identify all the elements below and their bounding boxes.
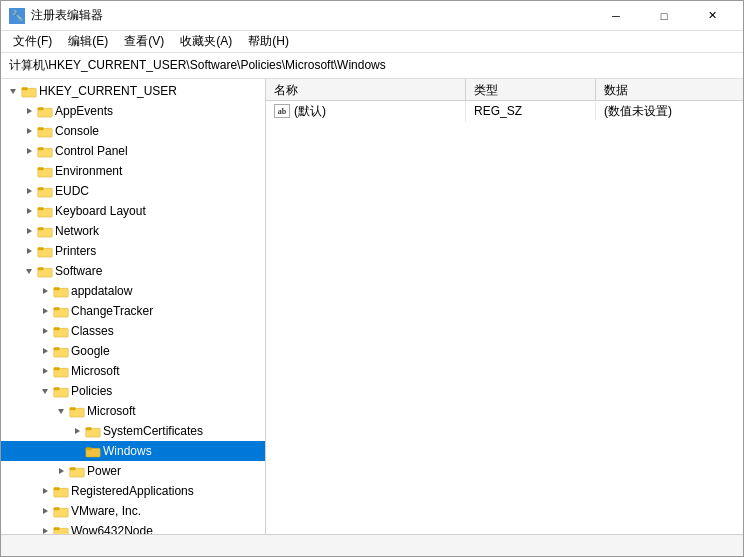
expand-icon-keyboardlayout[interactable] <box>21 203 37 219</box>
svg-rect-52 <box>86 427 92 429</box>
tree-item-microsoft-pol[interactable]: Microsoft <box>1 401 265 421</box>
tree-item-appevents[interactable]: AppEvents <box>1 101 265 121</box>
svg-marker-26 <box>26 269 32 274</box>
tree-item-environment[interactable]: Environment <box>1 161 265 181</box>
menu-item-h[interactable]: 帮助(H) <box>240 31 297 52</box>
tree-item-systemcerts[interactable]: SystemCertificates <box>1 421 265 441</box>
svg-rect-40 <box>54 347 60 349</box>
expand-icon-changetracker[interactable] <box>37 303 53 319</box>
expand-icon-controlpanel[interactable] <box>21 143 37 159</box>
expand-icon-policies[interactable] <box>37 383 53 399</box>
close-button[interactable]: ✕ <box>689 1 735 31</box>
status-bar <box>1 534 743 556</box>
address-path: 计算机\HKEY_CURRENT_USER\Software\Policies\… <box>9 57 735 74</box>
tree-label-changetracker: ChangeTracker <box>71 304 153 318</box>
svg-marker-55 <box>59 468 64 474</box>
tree-item-console[interactable]: Console <box>1 121 265 141</box>
folder-icon-appdatalow <box>53 283 69 299</box>
menu-item-e[interactable]: 编辑(E) <box>60 31 116 52</box>
menu-item-v[interactable]: 查看(V) <box>116 31 172 52</box>
folder-icon-network <box>37 223 53 239</box>
svg-rect-11 <box>38 147 44 149</box>
expand-icon-appdatalow[interactable] <box>37 283 53 299</box>
svg-marker-14 <box>27 188 32 194</box>
minimize-button[interactable]: ─ <box>593 1 639 31</box>
col-data-header: 数据 <box>596 79 743 100</box>
window-icon: 🔧 <box>9 8 25 24</box>
menu-item-a[interactable]: 收藏夹(A) <box>172 31 240 52</box>
folder-icon-eudc <box>37 183 53 199</box>
svg-rect-34 <box>54 307 60 309</box>
folder-icon-appevents <box>37 103 53 119</box>
tree-item-network[interactable]: Network <box>1 221 265 241</box>
address-bar: 计算机\HKEY_CURRENT_USER\Software\Policies\… <box>1 53 743 79</box>
expand-icon-software[interactable] <box>21 263 37 279</box>
menu-item-f[interactable]: 文件(F) <box>5 31 60 52</box>
expand-icon-hkcu[interactable] <box>5 83 21 99</box>
tree-label-power: Power <box>87 464 121 478</box>
title-bar-controls: ─ □ ✕ <box>593 1 735 31</box>
expand-icon-google[interactable] <box>37 343 53 359</box>
expand-icon-vmware[interactable] <box>37 503 53 519</box>
tree-item-wow6432[interactable]: Wow6432Node <box>1 521 265 534</box>
data-row[interactable]: ab(默认)REG_SZ(数值未设置) <box>266 101 743 121</box>
expand-icon-classes[interactable] <box>37 323 53 339</box>
tree-item-keyboardlayout[interactable]: Keyboard Layout <box>1 201 265 221</box>
tree-item-eudc[interactable]: EUDC <box>1 181 265 201</box>
expand-icon-printers[interactable] <box>21 243 37 259</box>
svg-marker-58 <box>43 488 48 494</box>
folder-icon-microsoft-sw <box>53 363 69 379</box>
maximize-button[interactable]: □ <box>641 1 687 31</box>
folder-icon-hkcu <box>21 83 37 99</box>
tree-label-microsoft-sw: Microsoft <box>71 364 120 378</box>
tree-item-software[interactable]: Software <box>1 261 265 281</box>
tree-panel[interactable]: HKEY_CURRENT_USER AppEvents Console Cont… <box>1 79 266 534</box>
svg-marker-20 <box>27 228 32 234</box>
expand-icon-eudc[interactable] <box>21 183 37 199</box>
folder-icon-console <box>37 123 53 139</box>
tree-item-hkcu[interactable]: HKEY_CURRENT_USER <box>1 81 265 101</box>
tree-item-power[interactable]: Power <box>1 461 265 481</box>
data-rows[interactable]: ab(默认)REG_SZ(数值未设置) <box>266 101 743 534</box>
tree-label-keyboardlayout: Keyboard Layout <box>55 204 146 218</box>
tree-item-classes[interactable]: Classes <box>1 321 265 341</box>
tree-item-registeredapps[interactable]: RegisteredApplications <box>1 481 265 501</box>
svg-marker-44 <box>42 389 48 394</box>
svg-marker-38 <box>43 348 48 354</box>
tree-item-appdatalow[interactable]: appdatalow <box>1 281 265 301</box>
svg-marker-6 <box>27 128 32 134</box>
col-name-header: 名称 <box>266 79 466 100</box>
svg-marker-50 <box>75 428 80 434</box>
title-bar: 🔧 注册表编辑器 ─ □ ✕ <box>1 1 743 31</box>
folder-icon-controlpanel <box>37 143 53 159</box>
svg-rect-49 <box>70 407 76 409</box>
expand-icon-console[interactable] <box>21 123 37 139</box>
tree-item-changetracker[interactable]: ChangeTracker <box>1 301 265 321</box>
tree-item-microsoft-sw[interactable]: Microsoft <box>1 361 265 381</box>
tree-item-controlpanel[interactable]: Control Panel <box>1 141 265 161</box>
svg-rect-22 <box>38 227 44 229</box>
tree-label-hkcu: HKEY_CURRENT_USER <box>39 84 177 98</box>
expand-icon-registeredapps[interactable] <box>37 483 53 499</box>
svg-marker-9 <box>27 148 32 154</box>
entry-name: ab(默认) <box>266 101 466 122</box>
expand-icon-microsoft-pol[interactable] <box>53 403 69 419</box>
expand-icon-systemcerts[interactable] <box>69 423 85 439</box>
expand-icon-network[interactable] <box>21 223 37 239</box>
tree-item-policies[interactable]: Policies <box>1 381 265 401</box>
tree-item-vmware[interactable]: VMware, Inc. <box>1 501 265 521</box>
svg-rect-5 <box>38 107 44 109</box>
tree-label-google: Google <box>71 344 110 358</box>
tree-item-windows[interactable]: Windows <box>1 441 265 461</box>
svg-rect-43 <box>54 367 60 369</box>
expand-icon-microsoft-sw[interactable] <box>37 363 53 379</box>
tree-label-appevents: AppEvents <box>55 104 113 118</box>
expand-icon-wow6432[interactable] <box>37 523 53 534</box>
expand-icon-power[interactable] <box>53 463 69 479</box>
expand-icon-appevents[interactable] <box>21 103 37 119</box>
tree-item-printers[interactable]: Printers <box>1 241 265 261</box>
tree-label-classes: Classes <box>71 324 114 338</box>
tree-label-vmware: VMware, Inc. <box>71 504 141 518</box>
svg-marker-35 <box>43 328 48 334</box>
tree-item-google[interactable]: Google <box>1 341 265 361</box>
